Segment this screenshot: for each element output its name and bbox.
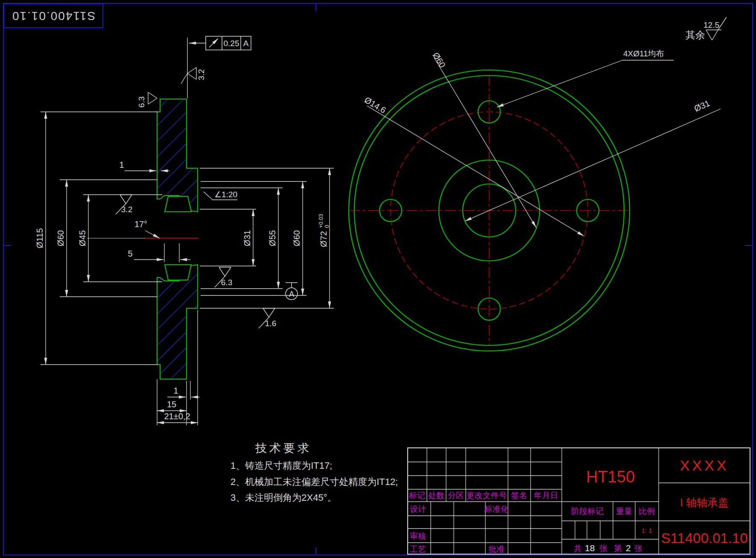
roughness-6-3-left: 6.3 [137, 96, 146, 108]
roughness-3-2-face-icon [181, 67, 196, 84]
tb-scale-value: 1: 1 [641, 527, 652, 534]
sheet-frame [3, 3, 753, 555]
front-view: Ø60 Ø14.6 Ø31 4XØ11均布 [349, 49, 721, 351]
dim-groove-width: 5 [128, 249, 132, 258]
note-prefix: 其余 [686, 29, 705, 41]
runout-symbol-icon [209, 38, 218, 47]
front-leaders [367, 58, 721, 236]
runout-value: 0.25 [224, 39, 239, 48]
tb-header-change-doc: 更改文件号 [467, 491, 507, 500]
tb-header-count: 处数 [428, 491, 444, 500]
dim-dia45: Ø45 [78, 230, 87, 246]
part-section-body [157, 99, 198, 379]
dim-dia31-section: Ø31 [242, 230, 252, 246]
tb-role-approve: 批准 [488, 545, 505, 554]
tb-sheet-total-label: 共 [574, 544, 582, 553]
tb-sheet-page-value: 2 [626, 543, 631, 553]
roughness-6-3-left-icon [148, 92, 157, 104]
tech-requirement-1: 1、铸造尺寸精度为IT17; [231, 459, 332, 472]
dim-dia72-tol-upper: +0.03 [318, 214, 324, 228]
roughness-3-2-bore: 3.2 [121, 205, 132, 214]
datum-a-label: A [289, 289, 295, 298]
tb-role-standardization: 标准化 [484, 505, 509, 514]
dim-dia115: Ø115 [35, 228, 44, 248]
tb-material: HT150 [586, 468, 635, 486]
tb-sheet-page-unit: 张 [634, 544, 642, 553]
section-view: Ø115 Ø60 Ø45 Ø31 Ø55 Ø60 Ø72 +0.03 0 1 5… [35, 36, 334, 425]
title-block: 标记 处数 分区 更改文件号 签名 年月日 设计 标准化 审核 工艺 批准 阶段… [408, 448, 750, 554]
runout-tolerance-frame [189, 36, 251, 50]
dim-dia72-main: Ø72 [319, 231, 328, 247]
tb-role-design: 设计 [410, 505, 426, 514]
dim-dia72-tol-lower: 0 [324, 225, 330, 228]
tb-weight-label: 重量 [616, 507, 632, 516]
felt-groove-top [165, 196, 191, 212]
tb-role-audit: 审核 [410, 532, 426, 540]
tb-sheet-total-unit: 张 [599, 544, 607, 553]
tb-stage-label: 阶段标记 [571, 507, 604, 516]
dim-dia60-left: Ø60 [56, 230, 65, 246]
roughness-3-2-face: 3.2 [197, 69, 206, 80]
roughness-1-6: 1.6 [265, 319, 276, 328]
dim-total-thickness: 21±0,2 [164, 412, 190, 421]
tech-requirement-2: 2、机械加工未注偏差尺寸处精度为IT12; [231, 476, 398, 488]
runout-datum-ref: A [243, 39, 249, 48]
tech-requirement-3: 3、未注明倒角为2X45°。 [231, 491, 336, 504]
dim-rim-bottom: 1 [173, 386, 178, 395]
tb-sheet-total-value: 18 [585, 543, 595, 553]
general-roughness-note: 其余 12.5 [686, 17, 727, 41]
note-roughness-value: 12.5 [703, 20, 719, 29]
drawing-canvas: Ø115 Ø60 Ø45 Ø31 Ø55 Ø60 Ø72 +0.03 0 1 5… [0, 0, 756, 558]
felt-groove-bottom [165, 265, 191, 280]
tb-header-mark: 标记 [409, 491, 425, 500]
dim-dia55: Ø55 [268, 230, 277, 246]
dim-dia72-toleranced: Ø72 +0.03 0 [318, 214, 330, 247]
tech-requirements-title: 技术要求 [255, 441, 312, 456]
mirrored-drawing-number: S11400.01.10 [3, 3, 103, 28]
front-dim-dia31: Ø31 [693, 98, 711, 113]
dim-dia60-right: Ø60 [292, 230, 301, 246]
front-dim-dia146: Ø14.6 [363, 95, 388, 115]
tb-part-name: I 轴轴承盖 [680, 497, 729, 508]
tb-company: XXXX [680, 457, 729, 473]
tb-sheet-page-label: 第 [614, 544, 622, 553]
tb-role-process: 工艺 [410, 545, 426, 554]
dim-flange-thickness: 15 [167, 400, 176, 409]
roughness-6-3-bore: 6.3 [221, 278, 232, 287]
dim-rim-top: 1 [119, 160, 124, 169]
tb-scale-label: 比例 [639, 507, 655, 516]
front-dim-dia60: Ø60 [431, 51, 447, 70]
tb-drawing-no: S11400.01.10 [661, 530, 747, 546]
tb-header-date: 年月日 [534, 491, 558, 500]
dim-taper-ratio: ∠1:20 [214, 190, 237, 199]
front-holes-note: 4XØ11均布 [623, 49, 664, 58]
dim-angle-17: 17° [134, 219, 147, 229]
tb-header-signature: 签名 [511, 491, 527, 500]
tb-header-zone: 分区 [448, 491, 464, 500]
